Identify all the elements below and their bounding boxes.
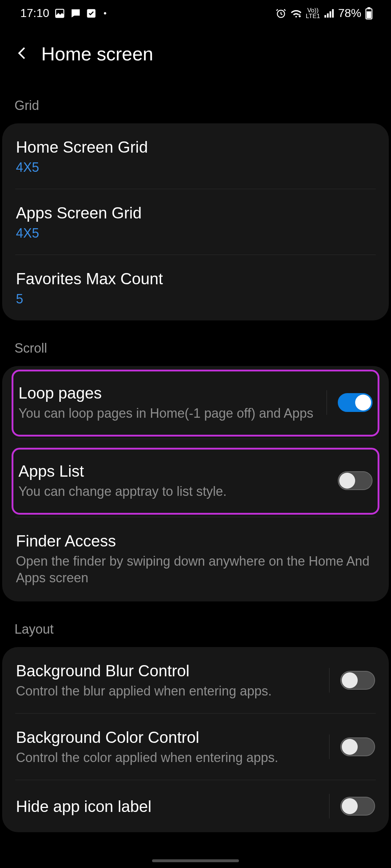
toggle-background-color[interactable]	[340, 737, 375, 756]
toggle-separator	[329, 794, 329, 818]
row-title: Apps List	[18, 461, 328, 481]
alarm-icon	[276, 8, 286, 19]
row-title: Background Color Control	[16, 727, 320, 747]
svg-rect-3	[324, 15, 326, 17]
row-title: Background Blur Control	[16, 661, 320, 681]
checkbox-icon	[86, 8, 96, 18]
row-finder-access[interactable]: Finder Access Open the finder by swiping…	[2, 517, 389, 600]
row-desc: You can change apptray to list style.	[18, 483, 328, 500]
section-label-layout: Layout	[0, 601, 391, 644]
row-title: Favorites Max Count	[16, 269, 375, 289]
row-desc: Control the color applied when entering …	[16, 749, 320, 766]
svg-rect-5	[329, 11, 331, 17]
network-label: Vo))LTE1	[306, 8, 320, 19]
dot-icon: •	[104, 8, 106, 18]
section-label-grid: Grid	[0, 78, 391, 120]
section-card-layout: Background Blur Control Control the blur…	[2, 647, 389, 832]
status-time: 17:10	[20, 7, 49, 20]
row-title: Finder Access	[16, 531, 375, 551]
divider	[15, 439, 376, 439]
image-icon	[54, 8, 65, 19]
svg-rect-6	[332, 9, 334, 17]
row-apps-list[interactable]: Apps List You can change apptray to list…	[13, 450, 378, 513]
row-apps-screen-grid[interactable]: Apps Screen Grid 4X5	[2, 189, 389, 255]
svg-rect-9	[367, 11, 371, 18]
row-title: Apps Screen Grid	[16, 203, 375, 223]
section-card-scroll: Loop pages You can loop pages in Home(-1…	[2, 366, 389, 601]
gesture-handle[interactable]	[152, 859, 239, 862]
row-background-color[interactable]: Background Color Control Control the col…	[2, 714, 389, 780]
toggle-separator	[329, 735, 329, 759]
battery-icon	[365, 7, 373, 20]
status-bar: 17:10 • Vo))LTE1 78%	[0, 0, 391, 26]
page-title: Home screen	[41, 43, 153, 65]
toggle-background-blur[interactable]	[340, 671, 375, 690]
row-desc: Open the finder by swiping down anywhere…	[16, 553, 375, 586]
row-hide-icon-label[interactable]: Hide app icon label	[2, 780, 389, 832]
highlight-loop-pages: Loop pages You can loop pages in Home(-1…	[12, 370, 379, 437]
back-icon[interactable]	[14, 45, 30, 63]
toggle-loop-pages[interactable]	[338, 393, 373, 412]
svg-rect-4	[327, 13, 329, 18]
row-background-blur[interactable]: Background Blur Control Control the blur…	[2, 647, 389, 713]
row-title: Hide app icon label	[16, 796, 320, 816]
toggle-separator	[327, 390, 327, 415]
row-desc: Control the blur applied when entering a…	[16, 683, 320, 699]
row-value: 5	[16, 292, 375, 307]
row-favorites-max-count[interactable]: Favorites Max Count 5	[2, 255, 389, 320]
toggle-hide-icon-label[interactable]	[340, 797, 375, 816]
section-label-scroll: Scroll	[0, 320, 391, 363]
row-title: Loop pages	[18, 383, 317, 403]
row-desc: You can loop pages in Home(-1 page off) …	[18, 405, 317, 422]
row-home-screen-grid[interactable]: Home Screen Grid 4X5	[2, 123, 389, 189]
toggle-separator	[329, 668, 329, 693]
svg-rect-8	[367, 7, 371, 9]
wifi-icon	[290, 8, 302, 19]
toggle-apps-list[interactable]	[338, 471, 373, 490]
message-icon	[70, 8, 81, 19]
row-value: 4X5	[16, 160, 375, 175]
page-header: Home screen	[0, 26, 391, 78]
row-title: Home Screen Grid	[16, 137, 375, 157]
highlight-apps-list: Apps List You can change apptray to list…	[12, 448, 379, 515]
row-loop-pages[interactable]: Loop pages You can loop pages in Home(-1…	[13, 371, 378, 435]
battery-percent: 78%	[338, 7, 361, 20]
section-card-grid: Home Screen Grid 4X5 Apps Screen Grid 4X…	[2, 123, 389, 320]
row-value: 4X5	[16, 226, 375, 241]
signal-icon	[324, 8, 335, 18]
